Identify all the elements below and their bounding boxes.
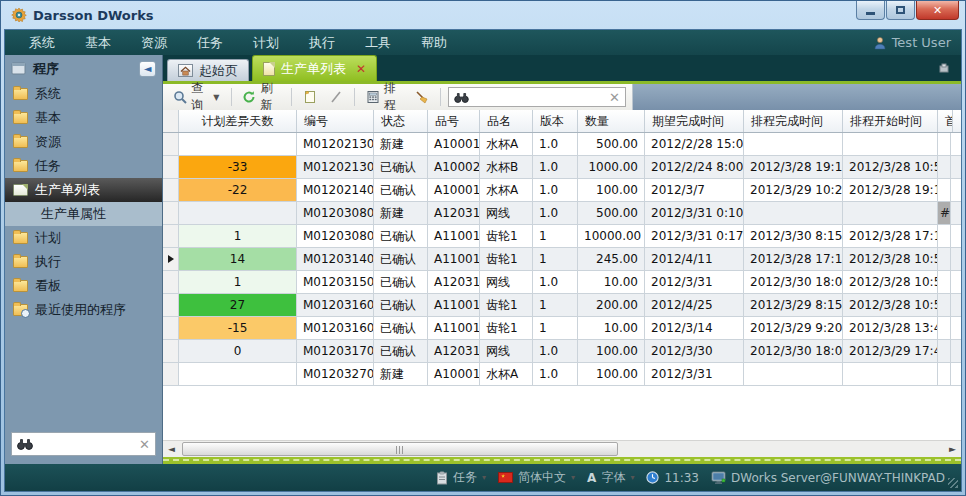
toolbar-search-clear-icon[interactable]: ✕: [609, 91, 620, 104]
grid-column-header[interactable]: 排程开始时间: [843, 110, 938, 132]
cell-schedule-finish: 2012/3/30 18:00: [744, 271, 843, 293]
cell-schedule-start: 2012/3/28 10:52: [843, 271, 938, 293]
table-row[interactable]: 1 M012031501 已确认 A12031 网线 1.0 10.00 201…: [163, 271, 961, 294]
cell-part-no: A10001: [428, 179, 480, 201]
home-icon: [178, 64, 193, 77]
resize-grip[interactable]: [948, 478, 958, 488]
magnifier-icon: [173, 90, 187, 104]
edit-button-disabled[interactable]: [325, 88, 347, 106]
grid-column-header[interactable]: 状态: [374, 110, 428, 132]
sidebar-item[interactable]: 生产单属性: [5, 202, 162, 226]
sidebar-item[interactable]: 执行: [5, 250, 162, 274]
cell-quantity: 10.00: [578, 271, 645, 293]
scrollbar-thumb[interactable]: [182, 442, 618, 456]
tab-close-icon[interactable]: ✕: [356, 62, 366, 76]
grid-column-header[interactable]: 版本: [533, 110, 578, 132]
scroll-right-icon[interactable]: ►: [944, 441, 961, 457]
broom-icon: [415, 90, 429, 104]
sidebar-item[interactable]: 看板: [5, 274, 162, 298]
grid-column-header[interactable]: 期望完成时间: [645, 110, 744, 132]
table-row[interactable]: 14 M012031402 已确认 A11001 齿轮1 1 245.00 20…: [163, 248, 961, 271]
menu-item[interactable]: 任务: [183, 31, 237, 55]
row-selector-cell[interactable]: [163, 340, 179, 362]
scroll-left-icon[interactable]: ◄: [163, 441, 180, 457]
cell-order-code: M012031601: [297, 294, 374, 316]
grid-column-header[interactable]: 品号: [428, 110, 480, 132]
horizontal-scrollbar[interactable]: ◄ ►: [163, 440, 961, 457]
pin-icon[interactable]: [927, 62, 961, 74]
cell-expected-finish: 2012/3/31 0:17: [645, 225, 744, 247]
chevron-down-icon: ▼: [213, 93, 219, 102]
row-selector-cell[interactable]: [163, 156, 179, 178]
new-button[interactable]: [299, 88, 321, 106]
row-selector-cell[interactable]: [163, 248, 179, 270]
sidebar-item[interactable]: 任务: [5, 154, 162, 178]
menu-item[interactable]: 资源: [127, 31, 181, 55]
row-selector-cell[interactable]: [163, 271, 179, 293]
row-selector-cell[interactable]: [163, 225, 179, 247]
sidebar-item[interactable]: 资源: [5, 130, 162, 154]
row-selector-cell[interactable]: [163, 363, 179, 385]
grid-column-header[interactable]: 品名: [480, 110, 533, 132]
user-icon: [873, 36, 887, 50]
restore-button[interactable]: [886, 1, 915, 20]
status-language-menu[interactable]: 简体中文 ▾: [498, 469, 575, 486]
row-selector-cell[interactable]: [163, 202, 179, 224]
menu-item[interactable]: 执行: [295, 31, 349, 55]
user-indicator[interactable]: Test User: [873, 35, 951, 50]
row-selector-cell[interactable]: [163, 133, 179, 155]
cell-quantity: 500.00: [578, 133, 645, 155]
sidebar-item[interactable]: 基本: [5, 106, 162, 130]
grid-column-header[interactable]: 数量: [578, 110, 645, 132]
menu-item[interactable]: 系统: [15, 31, 69, 55]
grid-column-header[interactable]: 首: [938, 110, 953, 132]
cell-version: 1.0: [533, 340, 578, 362]
sidebar-item-label: 基本: [35, 109, 61, 127]
grid-column-header[interactable]: 编号: [297, 110, 374, 132]
menu-item[interactable]: 基本: [71, 31, 125, 55]
table-row[interactable]: 0 M012031701 已确认 A12031 网线 1.0 100.00 20…: [163, 340, 961, 363]
sidebar-item[interactable]: 生产单列表: [5, 178, 162, 202]
menu-item[interactable]: 计划: [239, 31, 293, 55]
sidebar-item[interactable]: 计划: [5, 226, 162, 250]
cell-version: 1: [533, 225, 578, 247]
status-task-menu[interactable]: 任务 ▾: [436, 469, 486, 486]
grid-column-header[interactable]: 排程完成时间: [744, 110, 843, 132]
table-row[interactable]: M012032701 新建 A10001 水杯A 1.0 100.00 2012…: [163, 363, 961, 386]
accent-strip: [163, 457, 961, 464]
cell-schedule-finish: [744, 133, 843, 155]
sidebar-item[interactable]: 系统: [5, 82, 162, 106]
row-selector-cell[interactable]: [163, 179, 179, 201]
cell-schedule-start: 2012/3/28 17:13: [843, 225, 938, 247]
menu-bar: 系统基本资源任务计划执行工具帮助 Test User: [5, 30, 961, 55]
status-font-menu[interactable]: A 字体 ▾: [587, 469, 634, 486]
sidebar-collapse-button[interactable]: ◄: [139, 61, 156, 77]
minimize-button[interactable]: [856, 1, 885, 20]
sidebar-search-clear-icon[interactable]: ✕: [139, 438, 150, 451]
grid-column-header[interactable]: 计划差异天数: [179, 110, 297, 132]
table-row[interactable]: 27 M012031601 已确认 A11001 齿轮1 1 200.00 20…: [163, 294, 961, 317]
cell-schedule-start: 2012/3/28 13:40: [843, 317, 938, 339]
sidebar-item-icon: [13, 160, 28, 172]
table-row[interactable]: -33 M012021302 已确认 A10002 水杯B 1.0 1000.0…: [163, 156, 961, 179]
sidebar-item-label: 任务: [35, 157, 61, 175]
cell-expected-finish: 2012/4/11: [645, 248, 744, 270]
cell-version: 1.0: [533, 202, 578, 224]
cell-part-no: A12031: [428, 202, 480, 224]
table-row[interactable]: M012021301 新建 A10001 水杯A 1.0 500.00 2012…: [163, 133, 961, 156]
table-row[interactable]: -15 M012031602 已确认 A11001 齿轮1 1 10.00 20…: [163, 317, 961, 340]
table-row[interactable]: 1 M012030802 已确认 A11001 齿轮1 1 10000.00 2…: [163, 225, 961, 248]
clean-button[interactable]: [411, 88, 433, 106]
table-row[interactable]: -22 M012021401 已确认 A10001 水杯A 1.0 100.00…: [163, 179, 961, 202]
toolbar-search-input[interactable]: [474, 90, 604, 104]
cell-status: 新建: [374, 133, 428, 155]
cell-plan-diff-days: -15: [179, 317, 297, 339]
menu-item[interactable]: 工具: [351, 31, 405, 55]
sidebar-search-input[interactable]: [38, 437, 134, 451]
close-button[interactable]: ✕: [916, 1, 959, 20]
row-selector-cell[interactable]: [163, 317, 179, 339]
table-row[interactable]: M012030801 新建 A12031 网线 1.0 500.00 2012/…: [163, 202, 961, 225]
menu-item[interactable]: 帮助: [407, 31, 461, 55]
sidebar-item[interactable]: 最近使用的程序: [5, 298, 162, 322]
row-selector-cell[interactable]: [163, 294, 179, 316]
